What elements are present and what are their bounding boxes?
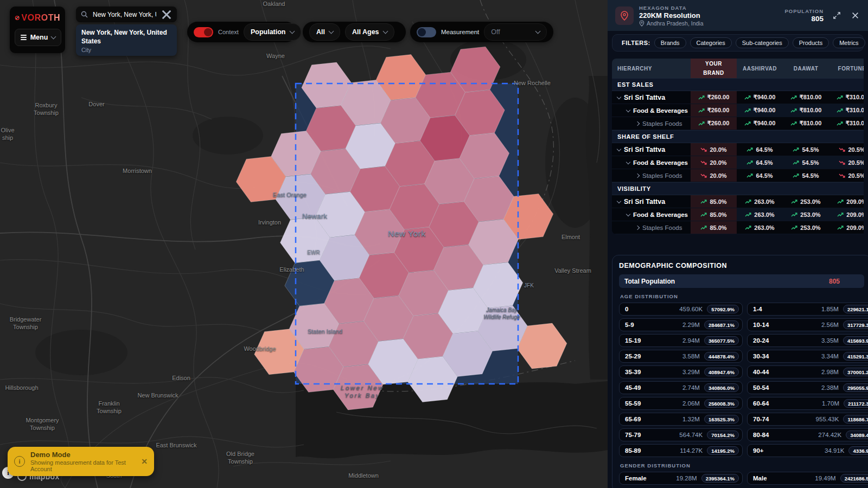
metric-cell: 54.5%	[783, 156, 829, 169]
measurement-label: Measurement	[441, 29, 479, 35]
expand-icon[interactable]	[831, 10, 842, 21]
hierarchy-name: Sri Sri Tattva	[624, 94, 665, 101]
trend-down-icon	[839, 173, 845, 178]
ages-value: All Ages	[352, 28, 379, 36]
close-icon[interactable]	[850, 10, 860, 21]
stat-value: 2.38M	[821, 384, 839, 391]
hierarchy-cell[interactable]: Food & Beverages	[612, 156, 691, 169]
stat-value: 459.60K	[679, 306, 703, 312]
stat-label: 55-59	[625, 400, 678, 407]
metric-cell: 263.0%	[737, 208, 783, 221]
metric-cell: ₹810.00	[783, 104, 829, 117]
stat-value: 2.06M	[682, 400, 700, 407]
trend-up-icon	[698, 121, 705, 126]
hierarchy-cell[interactable]: Staples Foods	[612, 221, 691, 234]
filter-pill-brands[interactable]: Brands	[654, 37, 686, 48]
chevron-down-icon	[617, 198, 621, 203]
stat-percent-badge: 444878.4%	[704, 352, 739, 361]
hierarchy-cell[interactable]: Sri Sri Tattva	[612, 143, 691, 156]
chevron-down-icon	[617, 94, 621, 99]
age-group-card: 70-74955.43K118686.7%	[747, 413, 868, 426]
context-value: Population	[251, 28, 286, 36]
hierarchy-cell[interactable]: Staples Foods	[612, 117, 691, 130]
trend-up-icon	[837, 95, 843, 100]
metric-cell: 85.0%	[691, 208, 737, 221]
metric-cell: 253.0%	[783, 195, 829, 208]
trend-down-icon	[839, 147, 845, 152]
trend-down-icon	[700, 160, 707, 165]
hierarchy-cell[interactable]: Sri Sri Tattva	[612, 195, 691, 208]
chevron-right-icon	[635, 173, 640, 177]
toast-close-icon[interactable]: ✕	[141, 457, 148, 466]
total-population-value: 805	[829, 278, 840, 285]
search-input[interactable]	[92, 10, 157, 19]
context-dropdown[interactable]: Population	[244, 23, 301, 41]
trend-up-icon	[746, 160, 753, 165]
column-header: AASHIRVAD	[737, 59, 783, 78]
metric-cell: 209.0%	[829, 208, 864, 221]
metric-cell: 64.5%	[737, 156, 783, 169]
stat-label: 1-4	[753, 306, 817, 312]
trend-up-icon	[791, 199, 797, 204]
metric-cell: 20.5%	[829, 143, 864, 156]
logo-card: VOROTH Menu	[10, 7, 65, 53]
table-section-est-sales: EST SALES	[612, 78, 864, 91]
trend-up-icon	[745, 199, 751, 204]
chevron-down-icon	[626, 211, 630, 216]
stat-label: 35-39	[625, 369, 678, 375]
stat-percent-badge: 340806.0%	[704, 383, 739, 392]
measurement-dropdown[interactable]: Off	[484, 23, 547, 41]
voroth-logo-icon	[15, 12, 20, 24]
metric-cell: ₹940.00	[737, 104, 783, 117]
filter-pill-sub-categories[interactable]: Sub-categories	[736, 37, 789, 48]
stat-percent-badge: 415693.9%	[843, 336, 868, 345]
age-group-card: 40-442.98M370001.2%	[747, 365, 868, 378]
trend-up-icon	[700, 212, 707, 217]
menu-button[interactable]: Menu	[15, 29, 61, 46]
stat-label: Male	[753, 475, 810, 481]
age-group-card: 1-41.85M229621.1%	[747, 303, 868, 316]
metric-cell: 85.0%	[691, 195, 737, 208]
metric-cell: 209.0%	[829, 221, 864, 234]
ages-dropdown[interactable]: All Ages	[345, 23, 394, 41]
stat-value: 955.43K	[816, 416, 839, 422]
hierarchy-cell[interactable]: Staples Foods	[612, 169, 691, 182]
panel-header: HEXAGON DATA 220KM Resolution Andhra Pra…	[608, 0, 868, 31]
stat-label: Female	[625, 475, 672, 481]
column-header: FORTUNE	[829, 59, 864, 78]
search-clear-icon[interactable]	[161, 9, 172, 20]
hierarchy-cell[interactable]: Food & Beverages	[612, 208, 691, 221]
filters-bar: FILTERS: BrandsCategoriesSub-categoriesP…	[612, 34, 864, 52]
filter-pill-metrics[interactable]: Metrics	[833, 37, 865, 48]
trend-up-icon	[791, 212, 797, 217]
measurement-toggle[interactable]	[417, 27, 436, 37]
hierarchy-cell[interactable]: Sri Sri Tattva	[612, 91, 691, 104]
stat-value: 19.28M	[676, 475, 697, 481]
trend-up-icon	[746, 173, 753, 178]
stat-label: 15-19	[625, 337, 678, 344]
table-row: Sri Sri Tattva₹260.00₹940.00₹810.00₹310.…	[612, 91, 864, 104]
context-toggle[interactable]	[194, 27, 213, 37]
all-dropdown[interactable]: All	[309, 23, 340, 41]
stat-value: 2.56M	[821, 322, 839, 328]
demo-mode-toast: i Demo Mode Showing measurement data for…	[8, 447, 154, 476]
filter-pill-products[interactable]: Products	[793, 37, 829, 48]
stat-percent-badge: 2395364.1%	[701, 474, 739, 483]
measurement-control: Measurement Off	[410, 22, 553, 42]
trend-up-icon	[744, 108, 751, 113]
search-suggestion[interactable]: New York, New York, United States City	[76, 24, 177, 56]
stat-label: 10-14	[753, 322, 817, 328]
age-group-card: 65-691.32M163525.3%	[619, 413, 743, 426]
chevron-down-icon	[626, 159, 630, 164]
total-population-row: Total Population 805	[619, 274, 864, 288]
chevron-down-icon	[329, 29, 334, 34]
filter-pill-categories[interactable]: Categories	[690, 37, 732, 48]
total-population-label: Total Population	[624, 278, 675, 285]
demographics-title: DEMOGRAPHIC COMPOSITION	[619, 262, 864, 269]
filters-label: FILTERS:	[622, 40, 650, 46]
trend-up-icon	[837, 225, 844, 230]
all-value: All	[316, 28, 325, 36]
hierarchy-cell[interactable]: Food & Beverages	[612, 104, 691, 117]
search-bar[interactable]	[76, 7, 177, 22]
stat-label: 60-64	[753, 400, 818, 407]
